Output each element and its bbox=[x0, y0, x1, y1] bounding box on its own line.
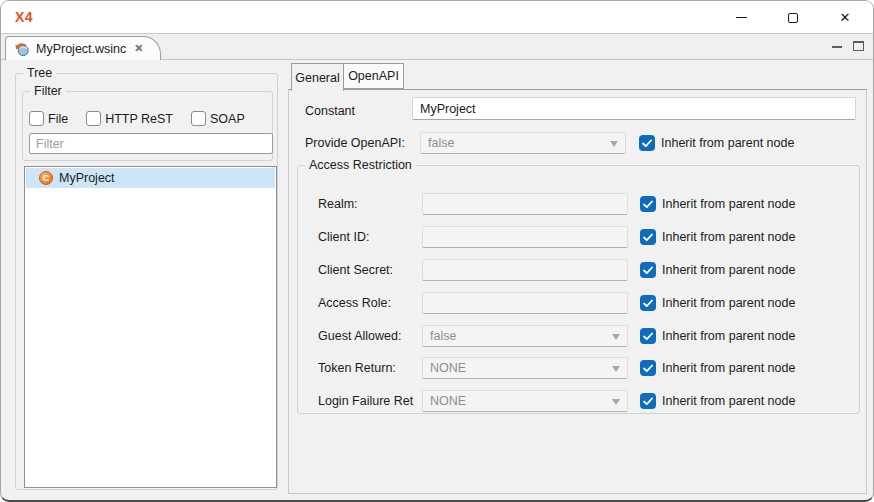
login-failure-inherit-label: Inherit from parent node bbox=[662, 390, 795, 412]
maximize-icon bbox=[788, 13, 798, 23]
project-node-icon: C bbox=[39, 171, 53, 185]
check-icon bbox=[643, 397, 653, 406]
check-icon bbox=[643, 332, 653, 341]
close-button[interactable]: ✕ bbox=[819, 1, 871, 34]
filter-group: Filter File HTTP ReST SOAP bbox=[22, 91, 273, 161]
tab-close-icon[interactable]: ✕ bbox=[134, 42, 143, 55]
login-failure-dropdown[interactable]: NONE bbox=[422, 390, 628, 412]
file-checkbox[interactable] bbox=[29, 111, 44, 126]
minimize-icon bbox=[736, 17, 747, 18]
filter-checkbox-row: File HTTP ReST SOAP bbox=[29, 111, 245, 126]
view-controls bbox=[832, 39, 864, 51]
constant-input[interactable] bbox=[412, 97, 856, 120]
constant-label: Constant bbox=[305, 100, 355, 122]
check-icon bbox=[643, 233, 653, 242]
check-icon bbox=[643, 266, 653, 275]
provide-openapi-dropdown[interactable]: false bbox=[420, 132, 626, 154]
minimize-button[interactable] bbox=[715, 1, 767, 34]
application-window: X4 ✕ MyProject.wsinc ✕ Tree Filter bbox=[0, 0, 874, 502]
access-role-label: Access Role: bbox=[318, 292, 391, 314]
file-checkbox-label: File bbox=[48, 112, 68, 126]
project-tree[interactable]: C MyProject bbox=[24, 166, 277, 488]
access-role-inherit-label: Inherit from parent node bbox=[662, 292, 795, 314]
realm-label: Realm: bbox=[318, 193, 358, 215]
guest-allowed-label: Guest Allowed: bbox=[318, 325, 401, 347]
general-tab-content: Constant Provide OpenAPI: false Inherit … bbox=[288, 89, 867, 494]
client-id-inherit-checkbox[interactable] bbox=[640, 229, 656, 245]
client-secret-label: Client Secret: bbox=[318, 259, 393, 281]
guest-allowed-inherit-checkbox[interactable] bbox=[640, 328, 656, 344]
http-rest-checkbox-label: HTTP ReST bbox=[105, 112, 173, 126]
client-secret-inherit-checkbox[interactable] bbox=[640, 262, 656, 278]
tab-general-label: General bbox=[295, 71, 339, 85]
provide-openapi-inherit-label: Inherit from parent node bbox=[661, 132, 794, 154]
filter-group-label: Filter bbox=[30, 84, 66, 98]
client-secret-inherit-label: Inherit from parent node bbox=[662, 259, 795, 281]
editor-tab-bar: MyProject.wsinc ✕ bbox=[1, 35, 873, 60]
chevron-down-icon bbox=[612, 334, 620, 340]
chevron-down-icon bbox=[610, 141, 618, 147]
provide-openapi-label: Provide OpenAPI: bbox=[305, 132, 405, 154]
check-icon bbox=[643, 200, 653, 209]
maximize-button[interactable] bbox=[767, 1, 819, 34]
client-id-input[interactable] bbox=[422, 226, 628, 248]
soap-checkbox-label: SOAP bbox=[210, 112, 245, 126]
provide-openapi-inherit-checkbox[interactable] bbox=[639, 135, 655, 151]
client-id-label: Client ID: bbox=[318, 226, 369, 248]
tree-group: Tree Filter File HTTP ReST SOAP C MyProj… bbox=[15, 73, 278, 490]
realm-input[interactable] bbox=[422, 193, 628, 215]
access-restriction-label: Access Restriction bbox=[305, 158, 416, 172]
token-return-dropdown[interactable]: NONE bbox=[422, 357, 628, 379]
check-icon bbox=[643, 364, 653, 373]
token-return-inherit-label: Inherit from parent node bbox=[662, 357, 795, 379]
editor-tab-myproject-wsinc[interactable]: MyProject.wsinc ✕ bbox=[5, 36, 161, 60]
realm-inherit-checkbox[interactable] bbox=[640, 196, 656, 212]
tree-item-label: MyProject bbox=[59, 171, 115, 185]
title-bar: X4 ✕ bbox=[1, 1, 873, 34]
access-restriction-group: Access Restriction Realm: Inherit from p… bbox=[297, 165, 860, 414]
guest-allowed-inherit-label: Inherit from parent node bbox=[662, 325, 795, 347]
filter-input[interactable] bbox=[29, 133, 273, 154]
access-role-inherit-checkbox[interactable] bbox=[640, 295, 656, 311]
chevron-down-icon bbox=[612, 399, 620, 405]
soap-checkbox[interactable] bbox=[191, 111, 206, 126]
guest-allowed-value: false bbox=[423, 326, 627, 346]
wsinc-file-icon bbox=[14, 41, 30, 57]
chevron-down-icon bbox=[612, 366, 620, 372]
login-failure-label: Login Failure Ret bbox=[318, 390, 413, 412]
login-failure-inherit-checkbox[interactable] bbox=[640, 393, 656, 409]
token-return-label: Token Return: bbox=[318, 357, 396, 379]
editor-tab-title: MyProject.wsinc bbox=[36, 42, 126, 56]
view-minimize-icon[interactable] bbox=[832, 46, 842, 48]
client-secret-input[interactable] bbox=[422, 259, 628, 281]
http-rest-checkbox[interactable] bbox=[86, 111, 101, 126]
app-logo: X4 bbox=[15, 9, 33, 25]
tree-item-myproject[interactable]: C MyProject bbox=[26, 168, 275, 188]
access-role-input[interactable] bbox=[422, 292, 628, 314]
tab-openapi[interactable]: OpenAPI bbox=[343, 63, 404, 89]
tree-group-label: Tree bbox=[23, 66, 56, 80]
token-return-value: NONE bbox=[423, 358, 627, 378]
token-return-inherit-checkbox[interactable] bbox=[640, 360, 656, 376]
guest-allowed-dropdown[interactable]: false bbox=[422, 325, 628, 347]
login-failure-value: NONE bbox=[423, 391, 627, 411]
check-icon bbox=[642, 139, 652, 148]
check-icon bbox=[643, 299, 653, 308]
tab-general[interactable]: General bbox=[291, 63, 344, 91]
realm-inherit-label: Inherit from parent node bbox=[662, 193, 795, 215]
provide-openapi-value: false bbox=[421, 133, 625, 153]
window-controls: ✕ bbox=[715, 1, 871, 34]
tab-openapi-label: OpenAPI bbox=[348, 69, 399, 83]
close-icon: ✕ bbox=[840, 11, 851, 24]
view-maximize-icon[interactable] bbox=[853, 41, 864, 51]
client-id-inherit-label: Inherit from parent node bbox=[662, 226, 795, 248]
